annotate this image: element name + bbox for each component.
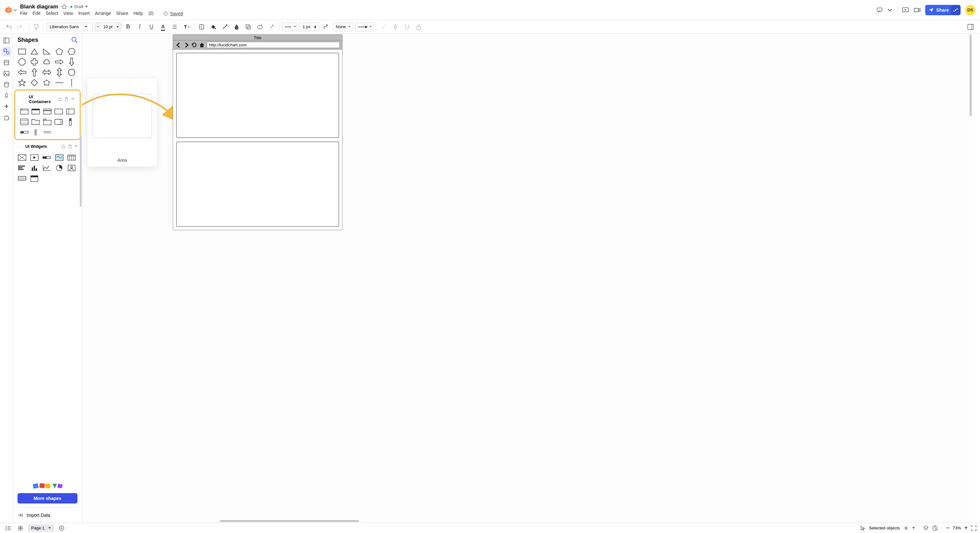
document-title[interactable]: Blank diagram <box>20 3 58 10</box>
menu-file[interactable]: File <box>20 11 27 16</box>
layers-icon[interactable] <box>923 525 929 531</box>
rail-puzzle-icon[interactable] <box>2 113 11 123</box>
widget-image-x[interactable] <box>18 153 27 162</box>
more-shapes-button[interactable]: More shapes <box>18 493 78 504</box>
container-browser[interactable] <box>20 107 29 116</box>
pin-icon[interactable] <box>61 144 66 149</box>
fill-button[interactable] <box>197 22 207 32</box>
menu-insert[interactable]: Insert <box>78 11 90 16</box>
rail-rocket-icon[interactable] <box>2 91 11 101</box>
grid-view-icon[interactable] <box>16 523 25 533</box>
container-folder[interactable] <box>31 118 40 126</box>
share-button[interactable]: Share <box>925 5 953 15</box>
decrease-font-button[interactable]: − <box>95 23 102 31</box>
chevron-down-icon[interactable] <box>887 8 892 13</box>
import-data-button[interactable]: Import Data <box>13 507 82 523</box>
panel-scrollbar-thumb[interactable] <box>80 136 82 207</box>
widget-pie-chart[interactable] <box>55 164 64 172</box>
rail-sparkle-icon[interactable] <box>2 102 11 112</box>
shape-octagon[interactable] <box>18 58 27 66</box>
pin-icon[interactable] <box>58 97 62 102</box>
container-splitter-h[interactable] <box>43 128 52 137</box>
font-select[interactable]: Liberation Sans <box>47 23 93 31</box>
browser-mockup[interactable]: Title http://lucidchart.com <box>173 34 342 230</box>
zoom-out-button[interactable]: − <box>946 525 950 531</box>
container-panel[interactable] <box>66 107 75 116</box>
shape-double-h-arrow[interactable] <box>42 68 51 77</box>
shape-left-arrow[interactable] <box>18 68 27 77</box>
container-scrollbar-h[interactable] <box>20 128 29 137</box>
drag-handle-icon[interactable]: ⋮⋮ <box>18 145 23 148</box>
list-view-icon[interactable] <box>3 523 13 533</box>
fullscreen-icon[interactable] <box>971 525 977 531</box>
shape-rectangle[interactable] <box>18 47 27 56</box>
content-area-1[interactable] <box>176 53 339 138</box>
line-style-select[interactable] <box>282 23 297 31</box>
zoom-level[interactable]: 73% <box>953 525 961 530</box>
star-icon[interactable] <box>61 4 67 10</box>
add-page-button[interactable] <box>57 523 67 533</box>
magic-wand-icon[interactable] <box>267 22 277 32</box>
shape-double-v-arrow[interactable] <box>55 68 64 77</box>
shape-right-triangle[interactable] <box>42 47 51 56</box>
widget-video[interactable] <box>30 153 39 162</box>
line-shape-icon[interactable] <box>321 22 331 32</box>
magnet-icon[interactable] <box>402 22 412 32</box>
font-size-input[interactable] <box>102 23 115 31</box>
shape-cross[interactable] <box>30 58 39 66</box>
shape-hexagon[interactable] <box>67 47 76 56</box>
widget-hbar-chart[interactable] <box>18 164 27 172</box>
container-tabs[interactable] <box>43 118 52 126</box>
menu-share[interactable]: Share <box>116 11 128 16</box>
avatar[interactable]: DS <box>965 5 975 15</box>
collapse-icon[interactable] <box>71 97 75 101</box>
trash-icon[interactable] <box>64 97 69 102</box>
shape-cloud[interactable] <box>42 58 51 66</box>
shape-down-arrow[interactable] <box>67 58 76 66</box>
shape-h-line[interactable] <box>55 78 64 87</box>
container-toolbar[interactable] <box>20 118 29 126</box>
widget-avatar[interactable] <box>67 164 76 172</box>
text-color-button[interactable]: A <box>158 22 168 32</box>
chevron-down-icon[interactable] <box>912 527 915 529</box>
app-logo-dropdown[interactable] <box>5 6 17 14</box>
italic-button[interactable]: I <box>135 22 145 32</box>
underline-button[interactable]: U <box>146 22 156 32</box>
opacity-icon[interactable] <box>232 22 242 32</box>
zoom-in-button[interactable]: + <box>964 525 968 531</box>
saved-status[interactable]: Saved <box>163 11 183 16</box>
shape-star[interactable] <box>18 78 27 87</box>
rail-panel-icon[interactable] <box>2 36 11 45</box>
canvas-h-scrollbar[interactable] <box>82 519 973 523</box>
shape-pentagon[interactable] <box>55 47 64 56</box>
cursor-selection-icon[interactable] <box>861 525 865 531</box>
widget-map[interactable] <box>55 153 64 162</box>
rail-container-icon[interactable] <box>2 58 11 67</box>
widget-keyboard[interactable] <box>18 174 27 182</box>
container-phone[interactable] <box>54 118 63 126</box>
video-icon[interactable] <box>913 6 921 14</box>
lightning-icon[interactable] <box>390 22 400 32</box>
menu-edit[interactable]: Edit <box>33 11 40 16</box>
redo-icon[interactable] <box>15 22 25 32</box>
trash-icon[interactable] <box>68 144 72 149</box>
format-painter-icon[interactable] <box>32 22 41 32</box>
draft-status[interactable]: Draft <box>70 4 88 9</box>
widget-progress[interactable] <box>42 153 51 162</box>
paint-bucket-icon[interactable] <box>208 22 218 32</box>
align-button[interactable] <box>170 22 180 32</box>
line-width-select[interactable]: 1 px <box>299 23 319 31</box>
shape-right-arrow[interactable] <box>55 58 64 66</box>
shape-up-arrow[interactable] <box>30 68 39 77</box>
shape-style-icon[interactable] <box>255 22 265 32</box>
bold-button[interactable]: B <box>123 22 133 32</box>
menu-select[interactable]: Select <box>46 11 58 16</box>
arrow-end-select[interactable] <box>355 23 373 31</box>
lock-icon[interactable] <box>414 22 423 32</box>
container-scrollbar-v[interactable] <box>66 118 75 126</box>
content-area-2[interactable] <box>176 142 339 227</box>
shape-circle[interactable] <box>67 68 76 77</box>
panel-toggle-icon[interactable] <box>966 22 975 32</box>
collapse-icon[interactable] <box>74 144 78 148</box>
share-link-button[interactable] <box>951 5 961 15</box>
